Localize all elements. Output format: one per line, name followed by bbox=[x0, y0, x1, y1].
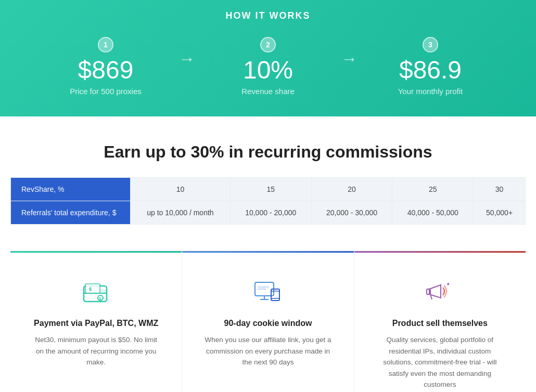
svg-rect-5 bbox=[85, 284, 100, 293]
step-1-value: $869 bbox=[78, 58, 134, 83]
row2-val-5: 50,000+ bbox=[474, 201, 526, 225]
product-icon: ✦ bbox=[424, 277, 455, 308]
steps-row: 1 $869 Price for 500 proxies → 2 10% Rev… bbox=[0, 37, 536, 96]
step-1-number: 1 bbox=[98, 37, 113, 53]
arrow-1: → bbox=[178, 50, 195, 83]
svg-text:$: $ bbox=[99, 296, 101, 301]
table-row-2: Referrals' total expenditure, $ up to 10… bbox=[11, 201, 526, 225]
row2-val-2: 10,000 - 20,000 bbox=[230, 201, 311, 225]
step-1: 1 $869 Price for 500 proxies bbox=[38, 37, 173, 96]
step-2-value: 10% bbox=[243, 58, 293, 83]
row1-val-1: 10 bbox=[131, 178, 231, 201]
cards-row: $ $ Payment via PayPal, BTC, WMZ Net30, … bbox=[10, 251, 526, 392]
svg-text:$: $ bbox=[89, 286, 92, 292]
arrow-2: → bbox=[341, 50, 358, 83]
row2-val-3: 20,000 - 30,000 bbox=[311, 201, 392, 225]
card-cookie: 90-day cookie window When you use our af… bbox=[182, 251, 354, 392]
row1-val-5: 30 bbox=[474, 178, 526, 201]
hero-section: HOW IT WORKS 1 $869 Price for 500 proxie… bbox=[0, 0, 536, 116]
card-product-bar bbox=[354, 251, 526, 253]
card-payment-bar bbox=[10, 251, 182, 253]
revshare-table: RevShare, % 10 15 20 25 30 Referrals' to… bbox=[10, 177, 526, 225]
table-row-1: RevShare, % 10 15 20 25 30 bbox=[11, 178, 526, 201]
row1-val-4: 25 bbox=[392, 178, 474, 201]
card-payment-title: Payment via PayPal, BTC, WMZ bbox=[31, 319, 161, 328]
commissions-section: Earn up to 30% in recurring commissions … bbox=[0, 116, 536, 392]
card-cookie-bar bbox=[182, 251, 353, 253]
row2-val-4: 40,000 - 50,000 bbox=[392, 201, 474, 225]
step-3: 3 $86.9 Your monthly profit bbox=[363, 37, 498, 96]
commissions-title: Earn up to 30% in recurring commissions bbox=[10, 142, 526, 162]
step-2-number: 2 bbox=[260, 37, 276, 53]
row2-header: Referrals' total expenditure, $ bbox=[11, 201, 131, 225]
row2-val-1: up to 10,000 / month bbox=[131, 201, 231, 225]
row1-val-2: 15 bbox=[230, 178, 311, 201]
card-product: ✦ Product sell themselves Quality servic… bbox=[354, 251, 526, 392]
card-product-title: Product sell themselves bbox=[375, 319, 505, 328]
row1-val-3: 20 bbox=[311, 178, 392, 201]
payment-icon: $ $ bbox=[81, 277, 112, 308]
step-3-label: Your monthly profit bbox=[398, 87, 463, 96]
card-product-text: Quality services, global portfolio of re… bbox=[375, 334, 505, 390]
step-1-label: Price for 500 proxies bbox=[70, 87, 142, 96]
cookie-icon bbox=[252, 277, 284, 308]
card-payment-text: Net30, minimum payout is $50. No limit o… bbox=[31, 334, 161, 368]
row1-header: RevShare, % bbox=[11, 178, 131, 201]
step-2-label: Revenue share bbox=[241, 87, 295, 96]
svg-text:✦: ✦ bbox=[446, 281, 450, 287]
card-payment: $ $ Payment via PayPal, BTC, WMZ Net30, … bbox=[10, 251, 182, 392]
card-cookie-title: 90-day cookie window bbox=[203, 319, 333, 328]
step-3-value: $86.9 bbox=[399, 58, 462, 83]
step-2: 2 10% Revenue share bbox=[200, 37, 336, 96]
card-cookie-text: When you use our affiliate link, you get… bbox=[203, 334, 333, 368]
hero-title: HOW IT WORKS bbox=[0, 10, 536, 21]
step-3-number: 3 bbox=[423, 37, 438, 53]
